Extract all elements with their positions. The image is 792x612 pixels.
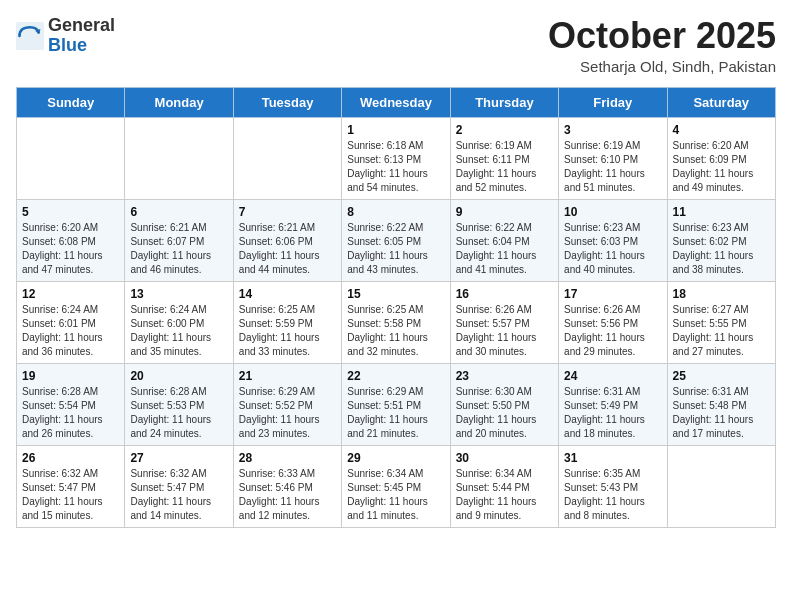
day-number: 17 xyxy=(564,287,661,301)
weekday-monday: Monday xyxy=(125,87,233,117)
day-info: Sunrise: 6:20 AM Sunset: 6:09 PM Dayligh… xyxy=(673,139,770,195)
day-cell: 11Sunrise: 6:23 AM Sunset: 6:02 PM Dayli… xyxy=(667,199,775,281)
day-info: Sunrise: 6:31 AM Sunset: 5:48 PM Dayligh… xyxy=(673,385,770,441)
day-cell: 7Sunrise: 6:21 AM Sunset: 6:06 PM Daylig… xyxy=(233,199,341,281)
week-row-3: 12Sunrise: 6:24 AM Sunset: 6:01 PM Dayli… xyxy=(17,281,776,363)
day-cell: 5Sunrise: 6:20 AM Sunset: 6:08 PM Daylig… xyxy=(17,199,125,281)
day-number: 31 xyxy=(564,451,661,465)
day-info: Sunrise: 6:23 AM Sunset: 6:02 PM Dayligh… xyxy=(673,221,770,277)
day-number: 1 xyxy=(347,123,444,137)
day-number: 27 xyxy=(130,451,227,465)
logo: General Blue xyxy=(16,16,115,56)
day-cell: 17Sunrise: 6:26 AM Sunset: 5:56 PM Dayli… xyxy=(559,281,667,363)
day-info: Sunrise: 6:29 AM Sunset: 5:51 PM Dayligh… xyxy=(347,385,444,441)
calendar-body: 1Sunrise: 6:18 AM Sunset: 6:13 PM Daylig… xyxy=(17,117,776,527)
day-number: 12 xyxy=(22,287,119,301)
day-number: 2 xyxy=(456,123,553,137)
week-row-5: 26Sunrise: 6:32 AM Sunset: 5:47 PM Dayli… xyxy=(17,445,776,527)
day-cell: 29Sunrise: 6:34 AM Sunset: 5:45 PM Dayli… xyxy=(342,445,450,527)
week-row-1: 1Sunrise: 6:18 AM Sunset: 6:13 PM Daylig… xyxy=(17,117,776,199)
week-row-4: 19Sunrise: 6:28 AM Sunset: 5:54 PM Dayli… xyxy=(17,363,776,445)
day-info: Sunrise: 6:32 AM Sunset: 5:47 PM Dayligh… xyxy=(130,467,227,523)
day-number: 7 xyxy=(239,205,336,219)
day-info: Sunrise: 6:25 AM Sunset: 5:59 PM Dayligh… xyxy=(239,303,336,359)
day-cell: 23Sunrise: 6:30 AM Sunset: 5:50 PM Dayli… xyxy=(450,363,558,445)
day-number: 23 xyxy=(456,369,553,383)
day-cell: 12Sunrise: 6:24 AM Sunset: 6:01 PM Dayli… xyxy=(17,281,125,363)
day-info: Sunrise: 6:19 AM Sunset: 6:11 PM Dayligh… xyxy=(456,139,553,195)
day-info: Sunrise: 6:28 AM Sunset: 5:54 PM Dayligh… xyxy=(22,385,119,441)
weekday-friday: Friday xyxy=(559,87,667,117)
day-info: Sunrise: 6:27 AM Sunset: 5:55 PM Dayligh… xyxy=(673,303,770,359)
weekday-saturday: Saturday xyxy=(667,87,775,117)
day-number: 13 xyxy=(130,287,227,301)
day-cell: 6Sunrise: 6:21 AM Sunset: 6:07 PM Daylig… xyxy=(125,199,233,281)
day-cell: 2Sunrise: 6:19 AM Sunset: 6:11 PM Daylig… xyxy=(450,117,558,199)
weekday-header-row: SundayMondayTuesdayWednesdayThursdayFrid… xyxy=(17,87,776,117)
day-number: 18 xyxy=(673,287,770,301)
day-info: Sunrise: 6:22 AM Sunset: 6:04 PM Dayligh… xyxy=(456,221,553,277)
day-number: 8 xyxy=(347,205,444,219)
day-cell xyxy=(17,117,125,199)
day-info: Sunrise: 6:32 AM Sunset: 5:47 PM Dayligh… xyxy=(22,467,119,523)
calendar-table: SundayMondayTuesdayWednesdayThursdayFrid… xyxy=(16,87,776,528)
location-subtitle: Setharja Old, Sindh, Pakistan xyxy=(548,58,776,75)
day-cell: 20Sunrise: 6:28 AM Sunset: 5:53 PM Dayli… xyxy=(125,363,233,445)
day-info: Sunrise: 6:31 AM Sunset: 5:49 PM Dayligh… xyxy=(564,385,661,441)
weekday-sunday: Sunday xyxy=(17,87,125,117)
day-number: 22 xyxy=(347,369,444,383)
day-cell: 25Sunrise: 6:31 AM Sunset: 5:48 PM Dayli… xyxy=(667,363,775,445)
day-cell: 3Sunrise: 6:19 AM Sunset: 6:10 PM Daylig… xyxy=(559,117,667,199)
day-number: 11 xyxy=(673,205,770,219)
logo-general: General xyxy=(48,16,115,36)
day-info: Sunrise: 6:29 AM Sunset: 5:52 PM Dayligh… xyxy=(239,385,336,441)
day-info: Sunrise: 6:34 AM Sunset: 5:45 PM Dayligh… xyxy=(347,467,444,523)
day-number: 9 xyxy=(456,205,553,219)
day-cell: 1Sunrise: 6:18 AM Sunset: 6:13 PM Daylig… xyxy=(342,117,450,199)
day-cell: 8Sunrise: 6:22 AM Sunset: 6:05 PM Daylig… xyxy=(342,199,450,281)
day-number: 6 xyxy=(130,205,227,219)
day-cell: 21Sunrise: 6:29 AM Sunset: 5:52 PM Dayli… xyxy=(233,363,341,445)
weekday-wednesday: Wednesday xyxy=(342,87,450,117)
day-info: Sunrise: 6:21 AM Sunset: 6:07 PM Dayligh… xyxy=(130,221,227,277)
day-cell: 31Sunrise: 6:35 AM Sunset: 5:43 PM Dayli… xyxy=(559,445,667,527)
day-cell: 19Sunrise: 6:28 AM Sunset: 5:54 PM Dayli… xyxy=(17,363,125,445)
weekday-thursday: Thursday xyxy=(450,87,558,117)
day-info: Sunrise: 6:26 AM Sunset: 5:57 PM Dayligh… xyxy=(456,303,553,359)
day-number: 5 xyxy=(22,205,119,219)
day-cell: 10Sunrise: 6:23 AM Sunset: 6:03 PM Dayli… xyxy=(559,199,667,281)
day-cell: 28Sunrise: 6:33 AM Sunset: 5:46 PM Dayli… xyxy=(233,445,341,527)
weekday-tuesday: Tuesday xyxy=(233,87,341,117)
day-info: Sunrise: 6:30 AM Sunset: 5:50 PM Dayligh… xyxy=(456,385,553,441)
day-info: Sunrise: 6:35 AM Sunset: 5:43 PM Dayligh… xyxy=(564,467,661,523)
day-info: Sunrise: 6:33 AM Sunset: 5:46 PM Dayligh… xyxy=(239,467,336,523)
day-number: 14 xyxy=(239,287,336,301)
day-info: Sunrise: 6:28 AM Sunset: 5:53 PM Dayligh… xyxy=(130,385,227,441)
day-number: 20 xyxy=(130,369,227,383)
page-header: General Blue October 2025 Setharja Old, … xyxy=(16,16,776,75)
day-info: Sunrise: 6:24 AM Sunset: 6:00 PM Dayligh… xyxy=(130,303,227,359)
day-number: 3 xyxy=(564,123,661,137)
day-info: Sunrise: 6:18 AM Sunset: 6:13 PM Dayligh… xyxy=(347,139,444,195)
month-title: October 2025 xyxy=(548,16,776,56)
day-cell xyxy=(233,117,341,199)
day-cell: 24Sunrise: 6:31 AM Sunset: 5:49 PM Dayli… xyxy=(559,363,667,445)
week-row-2: 5Sunrise: 6:20 AM Sunset: 6:08 PM Daylig… xyxy=(17,199,776,281)
day-cell: 22Sunrise: 6:29 AM Sunset: 5:51 PM Dayli… xyxy=(342,363,450,445)
day-cell: 15Sunrise: 6:25 AM Sunset: 5:58 PM Dayli… xyxy=(342,281,450,363)
day-cell: 13Sunrise: 6:24 AM Sunset: 6:00 PM Dayli… xyxy=(125,281,233,363)
day-info: Sunrise: 6:23 AM Sunset: 6:03 PM Dayligh… xyxy=(564,221,661,277)
day-number: 26 xyxy=(22,451,119,465)
day-number: 19 xyxy=(22,369,119,383)
day-cell xyxy=(667,445,775,527)
day-info: Sunrise: 6:21 AM Sunset: 6:06 PM Dayligh… xyxy=(239,221,336,277)
day-info: Sunrise: 6:20 AM Sunset: 6:08 PM Dayligh… xyxy=(22,221,119,277)
day-number: 29 xyxy=(347,451,444,465)
day-info: Sunrise: 6:26 AM Sunset: 5:56 PM Dayligh… xyxy=(564,303,661,359)
logo-icon xyxy=(16,22,44,50)
day-number: 28 xyxy=(239,451,336,465)
day-cell: 27Sunrise: 6:32 AM Sunset: 5:47 PM Dayli… xyxy=(125,445,233,527)
day-number: 24 xyxy=(564,369,661,383)
day-info: Sunrise: 6:19 AM Sunset: 6:10 PM Dayligh… xyxy=(564,139,661,195)
day-info: Sunrise: 6:22 AM Sunset: 6:05 PM Dayligh… xyxy=(347,221,444,277)
